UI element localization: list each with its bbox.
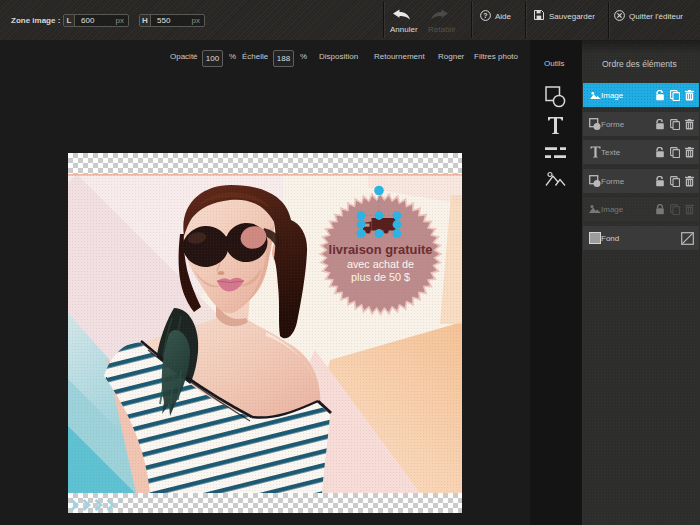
svg-text:livraison gratuite: livraison gratuite: [329, 242, 433, 257]
svg-text:avec achat de: avec achat de: [347, 258, 414, 270]
svg-text:plus de 50 $: plus de 50 $: [351, 271, 410, 283]
svg-text:?: ?: [483, 12, 487, 19]
